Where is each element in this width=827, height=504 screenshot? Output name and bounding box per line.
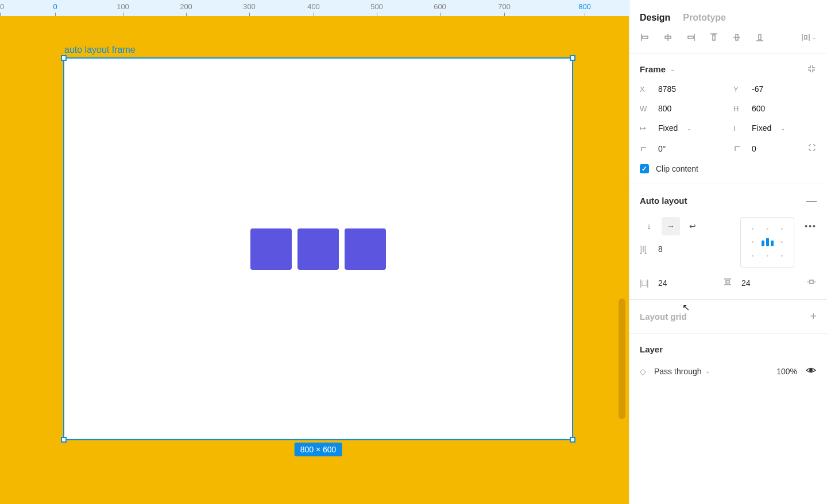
ruler-tick: 00 [0, 2, 4, 11]
checkbox-checked-icon [640, 164, 649, 173]
x-field[interactable]: X8785 [640, 84, 723, 94]
layout-grid-title: Layout grid [640, 312, 687, 321]
ruler-tick: 400 [307, 2, 320, 11]
ruler-tick: 300 [243, 2, 256, 11]
gap-icon: ]I[ [640, 245, 650, 254]
chevron-down-icon[interactable]: ⌄ [670, 66, 675, 72]
dimensions-badge: 800 × 600 [295, 443, 342, 456]
child-square-1[interactable] [250, 228, 292, 270]
individual-padding-icon[interactable] [806, 277, 817, 289]
rotation-field[interactable]: 0° [640, 143, 723, 154]
resize-handle-tr[interactable] [570, 55, 575, 61]
ruler-tick: 0 [53, 2, 57, 11]
align-v-center-icon[interactable] [732, 32, 742, 42]
vertical-padding-field[interactable]: 24 [723, 277, 796, 288]
add-layout-grid-button[interactable]: + [810, 310, 817, 323]
auto-layout-title: Auto layout [640, 196, 687, 206]
individual-corners-icon[interactable] [807, 143, 817, 154]
remove-auto-layout-button[interactable]: — [806, 195, 817, 207]
direction-vertical-button[interactable]: ↓ [640, 217, 658, 235]
width-mode-select[interactable]: ↦Fixed⌄ [640, 123, 723, 133]
align-left-icon[interactable] [640, 32, 650, 42]
ruler-tick: 600 [434, 2, 446, 11]
resize-to-fit-icon[interactable] [806, 64, 817, 74]
direction-horizontal-button[interactable]: → [662, 217, 680, 235]
align-top-icon[interactable] [709, 32, 719, 42]
horizontal-padding-field[interactable]: |□|24 [640, 278, 713, 288]
frame-section-title: Frame [640, 64, 666, 74]
height-mode-select[interactable]: ⅠFixed⌄ [733, 123, 817, 133]
alignment-toolbar: ⌄ [629, 32, 827, 53]
opacity-field[interactable]: 100% [776, 367, 797, 376]
y-field[interactable]: Y-67 [733, 84, 817, 94]
tab-prototype[interactable]: Prototype [683, 13, 726, 23]
resize-handle-bl[interactable] [61, 437, 67, 443]
blend-mode-select[interactable]: Pass through⌄ [654, 367, 710, 376]
distribute-icon[interactable] [801, 32, 811, 42]
blend-mode-icon: ◇ [640, 367, 646, 376]
scrollbar-vertical[interactable] [619, 298, 625, 419]
svg-rect-16 [726, 281, 729, 283]
h-padding-icon: |□| [640, 278, 650, 288]
child-square-3[interactable] [345, 228, 386, 270]
svg-rect-14 [805, 36, 807, 39]
frame-name-label[interactable]: auto layout frame [64, 45, 136, 55]
v-padding-icon [723, 277, 733, 288]
alignment-box[interactable] [740, 217, 794, 267]
ruler-horizontal: 000100200300400500600700800 [0, 0, 629, 16]
resize-handle-tl[interactable] [61, 55, 67, 61]
properties-panel: Design Prototype ⌄ Frame ⌄ X8785 Y-67 W8… [629, 0, 827, 504]
ruler-tick: 700 [498, 2, 511, 11]
ruler-tick: 200 [180, 2, 192, 11]
alignment-center-indicator [762, 238, 774, 246]
svg-rect-5 [688, 36, 693, 38]
height-field[interactable]: H600 [733, 104, 817, 113]
width-field[interactable]: W800 [640, 104, 723, 113]
gap-field[interactable]: ]I[ 8 [640, 245, 730, 254]
align-h-center-icon[interactable] [663, 32, 673, 42]
svg-rect-11 [759, 34, 761, 40]
align-bottom-icon[interactable] [755, 32, 765, 42]
svg-rect-7 [713, 35, 715, 40]
child-square-2[interactable] [297, 228, 339, 270]
auto-layout-more-icon[interactable]: ••• [805, 222, 817, 231]
canvas[interactable]: 000100200300400500600700800 auto layout … [0, 0, 629, 504]
clip-content-label: Clip content [656, 164, 698, 173]
corner-radius-field[interactable]: 0 [733, 143, 817, 154]
align-right-icon[interactable] [686, 32, 696, 42]
resize-handle-br[interactable] [570, 437, 575, 443]
svg-point-21 [809, 369, 813, 372]
layer-section-title: Layer [640, 344, 663, 354]
visibility-toggle-icon[interactable] [805, 365, 817, 378]
selected-frame[interactable]: auto layout frame 800 × 600 [63, 57, 573, 440]
svg-rect-1 [643, 36, 648, 38]
ruler-tick: 500 [370, 2, 383, 11]
ruler-tick: 800 [578, 2, 591, 11]
svg-rect-18 [810, 280, 813, 284]
direction-wrap-button[interactable]: ↩ [683, 217, 702, 235]
clip-content-checkbox[interactable]: Clip content [640, 164, 817, 173]
tab-design[interactable]: Design [640, 13, 670, 23]
ruler-tick: 100 [117, 2, 129, 11]
